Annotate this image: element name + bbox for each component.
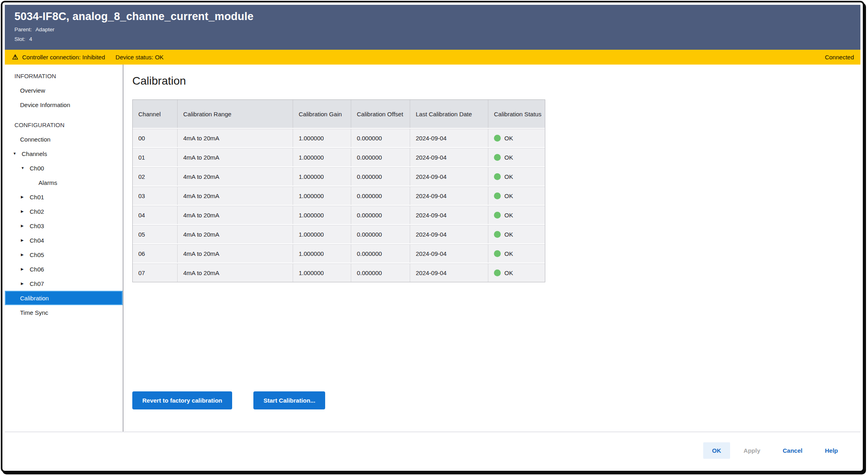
sidebar-item-ch03[interactable]: ▶ Ch03 <box>5 219 123 233</box>
range-cell: 4mA to 20mA <box>178 263 293 282</box>
section-information: INFORMATION <box>5 69 123 83</box>
sidebar-item-ch05[interactable]: ▶ Ch05 <box>5 247 123 262</box>
chevron-expanded-icon[interactable]: ▼ <box>21 166 30 170</box>
range-cell: 4mA to 20mA <box>178 167 293 186</box>
sidebar-item-label: Ch01 <box>30 194 44 201</box>
offset-cell: 0.000000 <box>351 263 410 282</box>
action-button-row: Revert to factory calibration Start Cali… <box>132 391 860 409</box>
chevron-collapsed-icon[interactable]: ▶ <box>21 195 30 199</box>
controller-connection-status: Controller connection: Inhibited <box>22 54 105 61</box>
sidebar-item-label: Ch00 <box>30 165 44 172</box>
date-cell: 2024-09-04 <box>410 225 488 243</box>
chevron-collapsed-icon[interactable]: ▶ <box>21 224 30 228</box>
channel-cell: 05 <box>133 225 178 243</box>
chevron-expanded-icon[interactable]: ▼ <box>13 152 22 156</box>
sidebar-item-label: Ch03 <box>30 223 44 229</box>
status-cell: OK <box>488 167 546 186</box>
status-cell: OK <box>488 129 546 147</box>
parent-value: Adapter <box>36 26 55 32</box>
sidebar-item-ch02[interactable]: ▶ Ch02 <box>5 204 123 219</box>
column-header-last-calibration-date: Last Calibration Date <box>410 100 488 128</box>
chevron-collapsed-icon[interactable]: ▶ <box>21 209 30 213</box>
help-button[interactable]: Help <box>816 442 847 459</box>
gain-cell: 1.000000 <box>293 225 351 243</box>
table-row: 07 4mA to 20mA 1.000000 0.000000 2024-09… <box>133 263 545 282</box>
chevron-collapsed-icon[interactable]: ▶ <box>21 253 30 257</box>
range-cell: 4mA to 20mA <box>178 225 293 243</box>
date-cell: 2024-09-04 <box>410 148 488 166</box>
column-header-calibration-offset: Calibration Offset <box>351 100 410 128</box>
status-cell: OK <box>488 186 546 205</box>
slot-line: Slot: 4 <box>14 36 860 42</box>
gain-cell: 1.000000 <box>293 263 351 282</box>
sidebar-item-calibration[interactable]: Calibration <box>5 291 123 305</box>
revert-to-factory-calibration-button[interactable]: Revert to factory calibration <box>132 391 232 409</box>
table-row: 03 4mA to 20mA 1.000000 0.000000 2024-09… <box>133 186 545 205</box>
sidebar-item-alarms[interactable]: Alarms <box>5 175 123 190</box>
table-row: 00 4mA to 20mA 1.000000 0.000000 2024-09… <box>133 128 545 147</box>
sidebar-item-label: Ch02 <box>30 208 44 215</box>
sidebar-item-channels[interactable]: ▼ Channels <box>5 146 123 161</box>
ok-button[interactable]: OK <box>703 442 730 459</box>
chevron-collapsed-icon[interactable]: ▶ <box>21 267 30 271</box>
status-ok-dot-icon <box>494 269 501 276</box>
sidebar-item-connection[interactable]: Connection <box>5 132 123 146</box>
table-row: 05 4mA to 20mA 1.000000 0.000000 2024-09… <box>133 224 545 243</box>
status-cell: OK <box>488 225 546 243</box>
channel-cell: 06 <box>133 244 178 263</box>
table-row: 02 4mA to 20mA 1.000000 0.000000 2024-09… <box>133 166 545 186</box>
offset-cell: 0.000000 <box>351 167 410 186</box>
gain-cell: 1.000000 <box>293 148 351 166</box>
table-row: 04 4mA to 20mA 1.000000 0.000000 2024-09… <box>133 205 545 224</box>
sidebar-item-label: Channels <box>22 150 47 157</box>
column-header-calibration-gain: Calibration Gain <box>293 100 351 128</box>
footer-bar: OK Apply Cancel Help <box>5 431 860 468</box>
status-ok-dot-icon <box>494 135 501 142</box>
module-title: 5034-IF8C, analog_8_channe_current_modul… <box>14 10 860 23</box>
sidebar-item-label: Ch06 <box>30 266 44 273</box>
parent-line: Parent: Adapter <box>14 26 860 32</box>
sidebar-item-ch06[interactable]: ▶ Ch06 <box>5 262 123 276</box>
gain-cell: 1.000000 <box>293 186 351 205</box>
channel-cell: 07 <box>133 263 178 282</box>
channel-cell: 04 <box>133 206 178 224</box>
status-ok-dot-icon <box>494 250 501 257</box>
sidebar-item-overview[interactable]: Overview <box>5 83 123 97</box>
body-area: INFORMATION Overview Device Information … <box>5 65 860 431</box>
date-cell: 2024-09-04 <box>410 186 488 205</box>
status-cell: OK <box>488 206 546 224</box>
status-ok-dot-icon <box>494 231 501 238</box>
status-text: OK <box>504 192 513 200</box>
offset-cell: 0.000000 <box>351 186 410 205</box>
gain-cell: 1.000000 <box>293 167 351 186</box>
gain-cell: 1.000000 <box>293 206 351 224</box>
start-calibration-button[interactable]: Start Calibration... <box>253 391 325 409</box>
sidebar-item-device-information[interactable]: Device Information <box>5 97 123 112</box>
cancel-button[interactable]: Cancel <box>774 442 811 459</box>
chevron-collapsed-icon[interactable]: ▶ <box>21 238 30 242</box>
sidebar-item-ch01[interactable]: ▶ Ch01 <box>5 190 123 204</box>
sidebar-item-label: Ch04 <box>30 237 44 244</box>
calibration-table: Channel Calibration Range Calibration Ga… <box>132 99 545 282</box>
status-ok-dot-icon <box>494 173 501 180</box>
chevron-collapsed-icon[interactable]: ▶ <box>21 282 30 286</box>
status-text: OK <box>504 172 513 181</box>
sidebar-item-ch04[interactable]: ▶ Ch04 <box>5 233 123 247</box>
sidebar-item-label: Ch07 <box>30 280 44 287</box>
window-frame: 5034-IF8C, analog_8_channe_current_modul… <box>1 1 864 472</box>
status-text: OK <box>504 211 513 219</box>
offset-cell: 0.000000 <box>351 225 410 243</box>
channel-cell: 03 <box>133 186 178 205</box>
apply-button[interactable]: Apply <box>735 442 769 459</box>
range-cell: 4mA to 20mA <box>178 186 293 205</box>
sidebar-item-label: Ch05 <box>30 251 44 258</box>
sidebar-item-time-sync[interactable]: Time Sync <box>5 305 123 320</box>
date-cell: 2024-09-04 <box>410 244 488 263</box>
warning-icon: ⚠ <box>12 54 18 61</box>
offset-cell: 0.000000 <box>351 206 410 224</box>
sidebar-item-ch07[interactable]: ▶ Ch07 <box>5 276 123 291</box>
date-cell: 2024-09-04 <box>410 206 488 224</box>
offset-cell: 0.000000 <box>351 148 410 166</box>
sidebar-item-ch00[interactable]: ▼ Ch00 <box>5 161 123 175</box>
page-title: Calibration <box>132 75 860 87</box>
